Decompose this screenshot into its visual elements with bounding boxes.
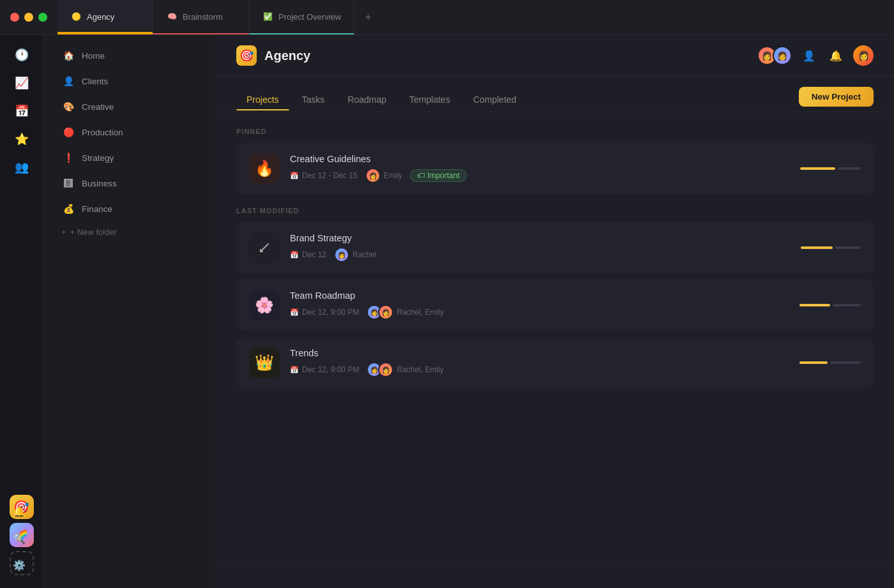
new-folder-plus-icon: +: [61, 227, 66, 237]
tab-templates[interactable]: Templates: [399, 89, 460, 110]
activity-icon: 📈: [15, 76, 29, 90]
assignee-avatar-emily-t: 👩: [378, 362, 393, 377]
star-icon: ⭐: [15, 132, 29, 146]
sidebar-item-clients[interactable]: 👤 Clients: [49, 69, 210, 93]
content-header: 🎯 Agency 👩 👩 👤 🔔 👩: [216, 35, 894, 77]
sidebar-item-business[interactable]: 🅱 Business: [49, 171, 210, 195]
sidebar-item-home[interactable]: 🏠 Home: [49, 43, 210, 68]
date-brand-strategy: 📅 Dec 12: [290, 250, 326, 259]
current-user-avatar[interactable]: 👩: [853, 45, 874, 66]
clock-icon: 🕐: [15, 48, 29, 62]
new-project-button[interactable]: New Project: [799, 87, 874, 107]
assignee-names-trends: Rachel, Emily: [397, 365, 443, 374]
add-tab-button[interactable]: +: [354, 0, 382, 34]
settings-bottom-button[interactable]: ⚙️: [9, 555, 29, 575]
date-range-creative-guidelines: 📅 Dec 12 - Dec 15: [290, 171, 358, 180]
date-text-trends: Dec 12, 9:00 PM: [302, 365, 359, 374]
sidebar-item-production[interactable]: 🔴 Production: [49, 120, 210, 144]
header-actions: 👩 👩 👤 🔔 👩: [757, 45, 874, 66]
finance-icon: 💰: [61, 202, 75, 216]
bell-bottom-icon: 🔔: [13, 506, 26, 518]
new-folder-button[interactable]: + + New folder: [49, 222, 210, 242]
calendar-meta-icon-tr: 📅: [290, 308, 299, 317]
project-meta-trends: 📅 Dec 12, 9:00 PM 👩 👩 Rachel, Emily: [290, 362, 789, 377]
tab-brainstorm[interactable]: 🧠 Brainstorm: [153, 0, 249, 34]
tab-overview-icon: ✅: [262, 11, 273, 22]
project-creative-guidelines[interactable]: 🔥 Creative Guidelines 📅 Dec 12 - Dec 15 …: [236, 143, 874, 194]
tab-tasks[interactable]: Tasks: [292, 89, 335, 110]
notifications-bottom-button[interactable]: 🔔: [9, 501, 29, 522]
tab-brainstorm-label: Brainstorm: [183, 12, 223, 22]
bottom-sidebar-icons: [216, 567, 894, 588]
project-thumb-brand-strategy: [249, 232, 280, 263]
sidebar-item-strategy[interactable]: ❗ Strategy: [49, 146, 210, 170]
progress-bar-team-roadmap: [799, 304, 861, 306]
business-icon: 🅱: [61, 176, 75, 190]
assignee-avatar-emily-tr: 👩: [378, 305, 393, 320]
project-brand-strategy[interactable]: Brand Strategy 📅 Dec 12 👩 Rachel: [236, 222, 874, 273]
search-bottom-button[interactable]: 🔍: [9, 528, 29, 548]
icon-bar-star[interactable]: ⭐: [10, 127, 34, 151]
tab-brainstorm-icon: 🧠: [166, 11, 178, 22]
assignees-trends: 👩 👩 Rachel, Emily: [367, 362, 443, 377]
close-button[interactable]: [10, 13, 19, 22]
project-meta-brand-strategy: 📅 Dec 12 👩 Rachel: [290, 247, 791, 262]
progress-empty-tr: [833, 304, 861, 306]
tab-roadmap[interactable]: Roadmap: [337, 89, 397, 110]
tag-icon: 🏷: [417, 171, 425, 180]
share-button[interactable]: 👤: [799, 46, 819, 65]
icon-bar-calendar[interactable]: 📅: [10, 99, 34, 123]
sidebar-item-clients-label: Clients: [82, 77, 108, 86]
sidebar-item-finance-label: Finance: [82, 204, 112, 214]
progress-filled: [800, 167, 835, 170]
pinned-section-label: PINNED: [236, 128, 874, 135]
notifications-button[interactable]: 🔔: [826, 46, 845, 65]
team-icon: 👥: [15, 160, 29, 174]
content-title: 🎯 Agency: [236, 45, 310, 66]
maximize-button[interactable]: [38, 13, 47, 22]
tab-completed[interactable]: Completed: [463, 89, 527, 110]
project-name-brand-strategy: Brand Strategy: [290, 233, 791, 243]
date-text-creative-guidelines: Dec 12 - Dec 15: [302, 171, 358, 180]
sidebar-item-production-label: Production: [82, 128, 123, 137]
tab-overview-label: Project Overview: [278, 12, 341, 22]
calendar-meta-icon: 📅: [290, 172, 299, 180]
icon-bar-activity[interactable]: 📈: [10, 71, 34, 95]
calendar-meta-icon-bs: 📅: [290, 251, 299, 259]
tab-bar: 🟡 Agency 🧠 Brainstorm ✅ Project Overview…: [57, 0, 894, 34]
project-trends[interactable]: 👑 Trends 📅 Dec 12, 9:00 PM 👩 👩: [236, 337, 874, 388]
creative-icon: 🎨: [61, 100, 75, 114]
tab-projects[interactable]: Projects: [236, 89, 289, 110]
icon-bar-clock[interactable]: 🕐: [10, 43, 34, 67]
main-layout: 🕐 📈 📅 ⭐ 👥 🎯 🌈 + 🏠 Home 👤 Clients: [0, 35, 894, 588]
assignee-avatar-emily: 👩: [365, 168, 381, 183]
project-info-brand-strategy: Brand Strategy 📅 Dec 12 👩 Rachel: [290, 233, 791, 262]
tab-project-overview[interactable]: ✅ Project Overview: [249, 0, 354, 34]
assignee-brand-strategy: 👩 Rachel: [334, 247, 376, 262]
avatar-user-2[interactable]: 👩: [773, 46, 792, 65]
tab-templates-label: Templates: [409, 94, 450, 105]
progress-empty-t: [830, 361, 861, 364]
sidebar-item-creative[interactable]: 🎨 Creative: [49, 94, 210, 119]
icon-bar-team[interactable]: 👥: [10, 155, 34, 179]
project-thumb-team-roadmap: 🌸: [249, 290, 280, 320]
strategy-icon: ❗: [61, 151, 75, 165]
clients-icon: 👤: [61, 74, 75, 88]
project-team-roadmap[interactable]: 🌸 Team Roadmap 📅 Dec 12, 9:00 PM 👩 👩: [236, 280, 874, 331]
date-team-roadmap: 📅 Dec 12, 9:00 PM: [290, 308, 359, 317]
home-icon: 🏠: [61, 49, 75, 63]
tab-agency-label: Agency: [87, 12, 114, 22]
tag-important: 🏷 Important: [410, 169, 467, 182]
sidebar-item-strategy-label: Strategy: [82, 153, 114, 163]
progress-filled-bs: [801, 246, 833, 249]
minimize-button[interactable]: [24, 13, 33, 22]
project-info-team-roadmap: Team Roadmap 📅 Dec 12, 9:00 PM 👩 👩 Rache…: [290, 290, 789, 320]
project-thumb-trends: 👑: [249, 347, 280, 378]
sidebar-item-finance[interactable]: 💰 Finance: [49, 197, 210, 221]
calendar-meta-icon-t: 📅: [290, 366, 299, 374]
project-name-creative-guidelines: Creative Guidelines: [290, 154, 790, 164]
content-title-icon: 🎯: [236, 45, 257, 66]
page-title: Agency: [264, 49, 310, 63]
tab-agency[interactable]: 🟡 Agency: [57, 0, 153, 34]
projects-area: PINNED 🔥 Creative Guidelines 📅 Dec 12 - …: [216, 112, 894, 567]
